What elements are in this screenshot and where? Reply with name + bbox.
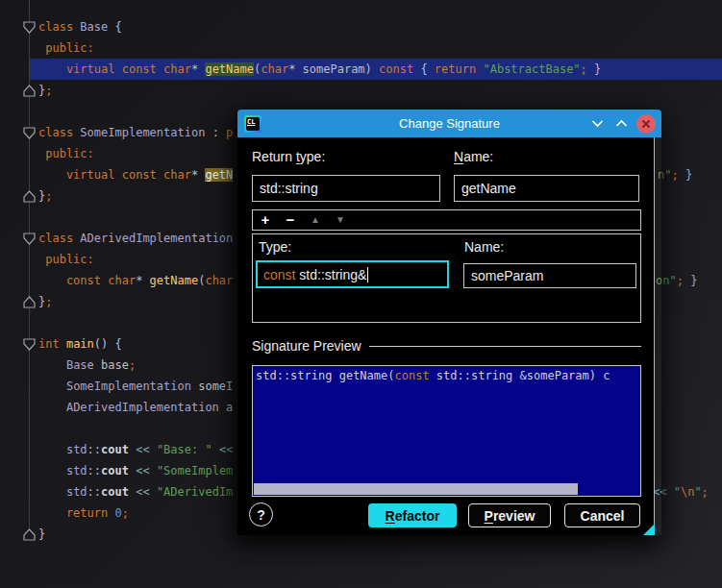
code-line: int main() { — [38, 333, 122, 355]
fold-open-icon[interactable] — [23, 232, 36, 244]
chevron-down-icon — [591, 119, 604, 128]
shade-window-button[interactable] — [588, 115, 606, 133]
preview-horizontal-scrollbar[interactable] — [254, 483, 639, 495]
unshade-window-button[interactable] — [612, 115, 630, 133]
param-name-label: Name: — [464, 239, 504, 255]
resize-grip[interactable] — [643, 524, 655, 535]
code-line: public: — [38, 37, 94, 59]
signature-preview-header: Signature Preview — [252, 338, 641, 354]
return-type-label: Return type: — [252, 149, 325, 164]
window-controls — [588, 110, 656, 137]
code-line: std::cout << "Base: " << — [38, 439, 233, 460]
param-type-input[interactable]: const std::string& — [256, 260, 449, 288]
move-parameter-up-button[interactable]: ▲ — [303, 210, 328, 230]
code-line: public: — [38, 143, 94, 164]
remove-parameter-button[interactable]: − — [278, 210, 303, 230]
code-line: const char* getName(char — [38, 270, 233, 291]
code-line: SomeImplementation someI — [38, 376, 233, 397]
code-fragment: on"; } — [656, 270, 697, 291]
add-parameter-button[interactable]: + — [253, 210, 278, 230]
scrollbar-thumb[interactable] — [254, 483, 578, 495]
fold-close-icon[interactable] — [23, 527, 36, 540]
refactor-button[interactable]: Refactor — [368, 503, 457, 527]
header-rule — [369, 346, 641, 347]
code-line: virtual const char* getN — [38, 164, 233, 185]
code-line: return 0; — [38, 502, 129, 524]
help-button[interactable]: ? — [249, 502, 273, 527]
dialog-titlebar[interactable]: CL Change Signature — [237, 110, 661, 137]
signature-preview-label: Signature Preview — [252, 338, 361, 354]
fold-gutter-line — [29, 0, 30, 538]
fold-open-icon[interactable] — [23, 126, 36, 138]
parameter-group: Type: Name: const std::string& — [252, 233, 641, 323]
code-line: Base base; — [38, 355, 136, 376]
move-parameter-down-button[interactable]: ▼ — [328, 210, 353, 230]
code-line: }; — [38, 185, 52, 207]
signature-preview-pane: std::string getName(const std::string &s… — [252, 365, 641, 497]
code-line: std::cout << "SomeImplem — [38, 460, 233, 481]
fold-close-icon[interactable] — [23, 295, 36, 307]
code-line: }; — [38, 80, 52, 101]
preview-button[interactable]: Preview — [468, 503, 551, 527]
code-fragment: n"; } — [658, 164, 692, 185]
code-line: class Base { — [38, 16, 122, 37]
function-name-label: Name: — [454, 149, 493, 164]
code-line: std::cout << "ADerivedIm — [38, 481, 233, 502]
text-caret — [367, 267, 368, 282]
close-window-button[interactable] — [636, 114, 656, 134]
function-name-input[interactable] — [454, 175, 639, 202]
code-line: virtual const char* getName(char* somePa… — [38, 59, 601, 80]
code-line: }; — [38, 291, 52, 312]
dialog-body: Return type: Name: + − ▲ ▼ Type: Name: c… — [237, 137, 655, 535]
parameter-toolbar: + − ▲ ▼ — [252, 209, 641, 231]
fold-open-icon[interactable] — [23, 337, 36, 350]
change-signature-dialog: CL Change Signature Return type: Name: — [237, 110, 661, 535]
fold-open-icon[interactable] — [23, 20, 36, 33]
code-line: ADerivedImplementation a — [38, 397, 233, 418]
return-type-input[interactable] — [252, 175, 440, 202]
fold-close-icon[interactable] — [23, 84, 36, 96]
ide-screen: class Base { public: virtual const char*… — [0, 0, 722, 588]
signature-preview-code: std::string getName(const std::string &s… — [256, 368, 610, 384]
code-line: class SomeImplementation : p — [38, 122, 233, 143]
cancel-button[interactable]: Cancel — [564, 503, 640, 527]
fold-close-icon[interactable] — [23, 189, 36, 202]
code-line: class ADerivedImplementation — [38, 228, 233, 249]
code-line: } — [38, 524, 45, 545]
param-type-label: Type: — [259, 239, 291, 255]
code-line: public: — [38, 249, 94, 270]
param-name-input[interactable] — [463, 263, 636, 288]
chevron-up-icon — [615, 119, 628, 128]
close-icon — [641, 119, 651, 129]
